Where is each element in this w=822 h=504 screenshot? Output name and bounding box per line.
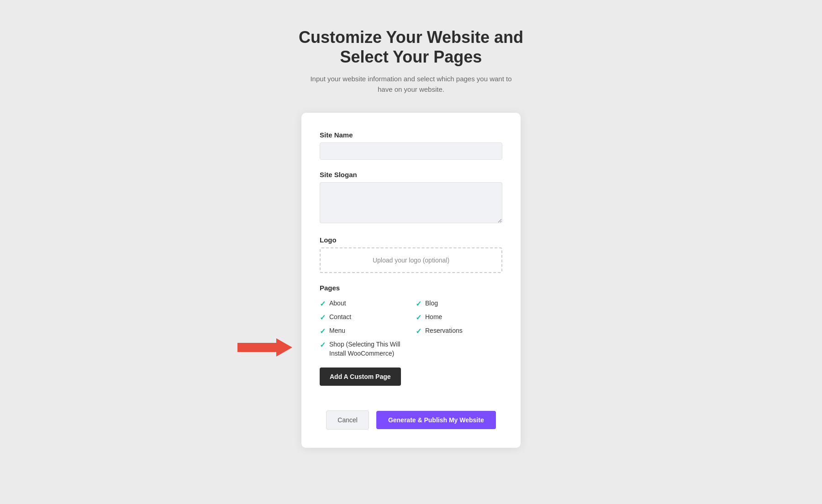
pages-grid: ✓ About ✓ Blog ✓ Contact ✓ Home ✓ Menu bbox=[320, 299, 502, 358]
page-label-shop: Shop (Selecting This Will Install WooCom… bbox=[329, 340, 406, 358]
pages-field-group: Pages ✓ About ✓ Blog ✓ Contact ✓ Home bbox=[320, 284, 502, 399]
page-item-contact[interactable]: ✓ Contact bbox=[320, 313, 406, 322]
check-icon-blog: ✓ bbox=[416, 299, 422, 308]
page-item-home[interactable]: ✓ Home bbox=[416, 313, 502, 322]
check-icon-reservations: ✓ bbox=[416, 327, 422, 336]
footer-actions: Cancel Generate & Publish My Website bbox=[320, 410, 502, 430]
site-name-label: Site Name bbox=[320, 131, 502, 139]
check-icon-contact: ✓ bbox=[320, 313, 326, 322]
site-slogan-field-group: Site Slogan bbox=[320, 171, 502, 225]
logo-label: Logo bbox=[320, 236, 502, 244]
site-name-input[interactable] bbox=[320, 142, 502, 160]
pages-label: Pages bbox=[320, 284, 502, 292]
check-icon-shop: ✓ bbox=[320, 341, 326, 349]
page-title: Customize Your Website and Select Your P… bbox=[299, 27, 523, 67]
page-item-blog[interactable]: ✓ Blog bbox=[416, 299, 502, 308]
page-subtitle: Input your website information and selec… bbox=[306, 74, 516, 94]
page-label-blog: Blog bbox=[425, 299, 438, 308]
page-item-about[interactable]: ✓ About bbox=[320, 299, 406, 308]
logo-field-group: Logo Upload your logo (optional) bbox=[320, 236, 502, 273]
page-item-reservations[interactable]: ✓ Reservations bbox=[416, 326, 502, 336]
page-item-shop[interactable]: ✓ Shop (Selecting This Will Install WooC… bbox=[320, 340, 406, 358]
generate-publish-button[interactable]: Generate & Publish My Website bbox=[376, 411, 496, 429]
check-icon-menu: ✓ bbox=[320, 327, 326, 336]
site-slogan-input[interactable] bbox=[320, 182, 502, 223]
arrow-annotation bbox=[237, 336, 292, 359]
site-slogan-label: Site Slogan bbox=[320, 171, 502, 178]
page-label-menu: Menu bbox=[329, 326, 345, 336]
page-item-menu[interactable]: ✓ Menu bbox=[320, 326, 406, 336]
page-label-contact: Contact bbox=[329, 313, 351, 322]
site-name-field-group: Site Name bbox=[320, 131, 502, 160]
cancel-button[interactable]: Cancel bbox=[326, 410, 369, 430]
page-label-home: Home bbox=[425, 313, 442, 322]
check-icon-home: ✓ bbox=[416, 313, 422, 322]
red-arrow-icon bbox=[237, 336, 292, 359]
main-card: Site Name Site Slogan Logo Upload your l… bbox=[301, 113, 521, 447]
page-label-reservations: Reservations bbox=[425, 326, 463, 336]
check-icon-about: ✓ bbox=[320, 299, 326, 308]
logo-upload-area[interactable]: Upload your logo (optional) bbox=[320, 247, 502, 273]
add-custom-page-button[interactable]: Add A Custom Page bbox=[320, 368, 401, 386]
page-label-about: About bbox=[329, 299, 346, 308]
svg-marker-0 bbox=[237, 338, 292, 357]
